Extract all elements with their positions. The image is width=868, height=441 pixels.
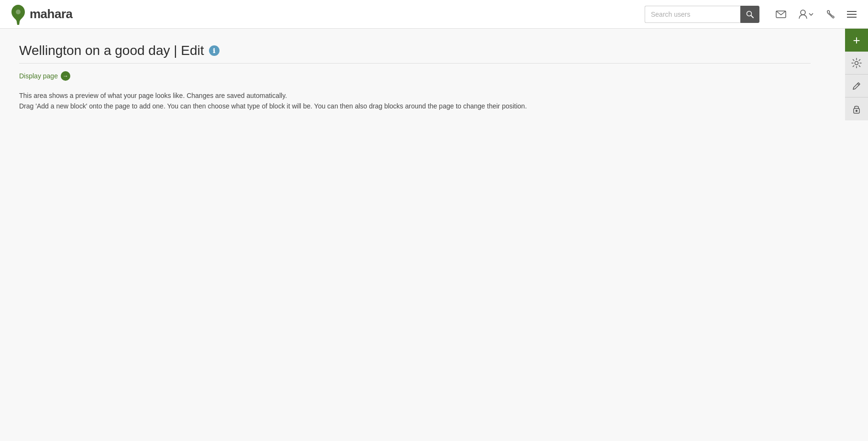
menu-button[interactable] xyxy=(845,9,858,20)
svg-point-4 xyxy=(801,10,805,15)
search-input[interactable] xyxy=(645,6,740,23)
add-block-button[interactable]: + xyxy=(845,29,868,52)
search-form xyxy=(645,6,759,23)
wrench-icon xyxy=(826,10,835,19)
search-button[interactable] xyxy=(740,6,759,23)
lock-icon xyxy=(853,104,860,114)
user-icon xyxy=(799,10,807,19)
preview-description: This area shows a preview of what your p… xyxy=(19,90,545,112)
title-divider xyxy=(19,63,811,64)
main-header: mahara xyxy=(0,0,868,29)
info-icon[interactable]: ℹ xyxy=(209,45,220,56)
mail-button[interactable] xyxy=(774,9,788,20)
right-sidebar: + xyxy=(845,29,868,120)
svg-point-8 xyxy=(855,61,858,65)
mahara-logo-icon xyxy=(10,4,27,25)
svg-point-0 xyxy=(16,10,21,14)
menu-icon xyxy=(847,11,857,18)
user-menu-button[interactable] xyxy=(797,8,815,21)
preview-line1: This area shows a preview of what your p… xyxy=(19,90,545,101)
search-icon xyxy=(746,11,754,18)
svg-line-2 xyxy=(751,15,754,18)
add-icon: + xyxy=(853,33,860,48)
display-page-link[interactable]: Display page → xyxy=(19,71,70,81)
logo-text: mahara xyxy=(30,7,73,22)
main-content: Wellington on a good day | Edit ℹ Displa… xyxy=(0,29,868,440)
header-icons xyxy=(774,8,858,21)
mail-icon xyxy=(776,11,786,18)
svg-point-11 xyxy=(856,110,857,112)
wrench-button[interactable] xyxy=(824,8,836,21)
settings-icon xyxy=(851,58,862,68)
logo-link[interactable]: mahara xyxy=(10,4,73,25)
page-title: Wellington on a good day | Edit xyxy=(19,43,204,58)
lock-button[interactable] xyxy=(845,97,868,120)
preview-line2: Drag 'Add a new block' onto the page to … xyxy=(19,101,545,111)
chevron-down-icon xyxy=(809,13,813,16)
edit-button[interactable] xyxy=(845,75,868,97)
svg-line-9 xyxy=(857,84,859,85)
settings-button[interactable] xyxy=(845,52,868,75)
display-page-label: Display page xyxy=(19,72,58,80)
page-title-row: Wellington on a good day | Edit ℹ xyxy=(19,43,849,58)
pencil-icon xyxy=(852,82,861,90)
display-page-arrow-icon: → xyxy=(61,71,70,81)
